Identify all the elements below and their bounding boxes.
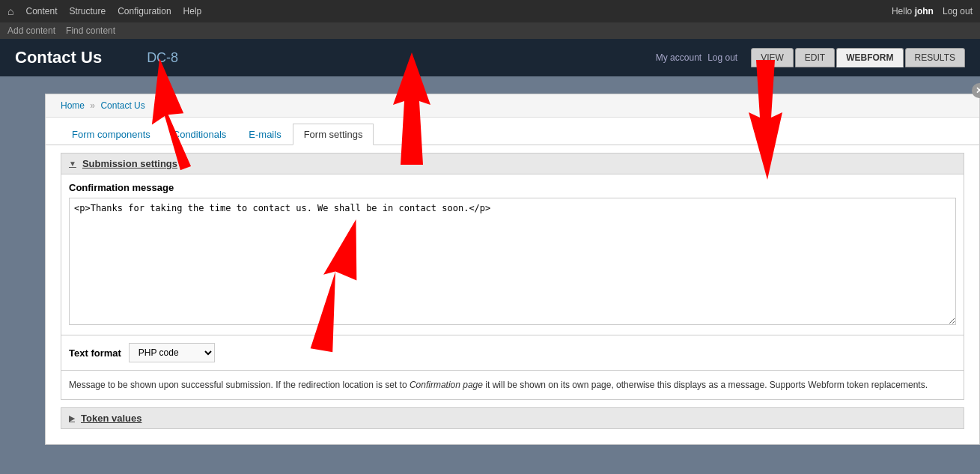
nav-structure[interactable]: Structure: [70, 6, 106, 16]
toolbar2: Add content Find content: [0, 22, 980, 39]
sub-tab-conditionals[interactable]: Conditionals: [162, 124, 238, 145]
nav-content[interactable]: Content: [25, 6, 57, 16]
find-content-link[interactable]: Find content: [66, 25, 115, 36]
sub-tabs: Form components Conditionals E-mails For…: [46, 118, 979, 145]
content-area: ▼ Submission settings Confirmation messa…: [46, 153, 979, 444]
expand-icon: ▶: [69, 414, 75, 422]
nav-help[interactable]: Help: [183, 6, 202, 16]
admin-bar-right: Hello john Log out: [892, 6, 973, 16]
header-logout-link[interactable]: Log out: [707, 52, 737, 63]
sub-tab-form-settings[interactable]: Form settings: [293, 124, 374, 145]
admin-bar: ⌂ Content Structure Configuration Help H…: [0, 0, 980, 22]
token-section-header[interactable]: ▶ Token values: [61, 407, 964, 429]
breadcrumb-separator: »: [90, 100, 95, 111]
help-text-italic: Confirmation page: [410, 380, 483, 390]
help-text-main: Message to be shown upon successful subm…: [69, 380, 410, 390]
toggle-icon: ▼: [69, 159, 76, 168]
token-values-label: Token values: [81, 413, 141, 424]
header-right: My account Log out VIEW EDIT WEBFORM RES…: [656, 48, 965, 67]
text-format-row: Text format PHP code Full HTML Filtered …: [61, 335, 964, 371]
modal-panel: ✕ Home » Contact Us Form components Cond…: [45, 94, 980, 445]
confirmation-message-group: Confirmation message <p>Thanks for takin…: [61, 174, 964, 335]
add-content-link[interactable]: Add content: [7, 25, 55, 36]
confirmation-message-label: Confirmation message: [69, 182, 956, 193]
breadcrumb-current[interactable]: Contact Us: [100, 100, 144, 111]
admin-bar-left: ⌂ Content Structure Configuration Help: [7, 5, 201, 17]
sub-tab-form-components[interactable]: Form components: [61, 124, 162, 145]
text-format-select[interactable]: PHP code Full HTML Filtered HTML Plain t…: [129, 343, 215, 362]
help-text-end: it will be shown on its own page, otherw…: [483, 380, 928, 390]
confirmation-message-textarea[interactable]: <p>Thanks for taking the time to contact…: [69, 198, 956, 325]
site-header: Contact Us DC-8 My account Log out VIEW …: [0, 39, 980, 76]
my-account-link[interactable]: My account: [656, 52, 701, 63]
tab-view[interactable]: VIEW: [751, 48, 794, 67]
text-format-label: Text format: [69, 347, 121, 359]
tab-edit[interactable]: EDIT: [795, 48, 835, 67]
submission-settings-header[interactable]: ▼ Submission settings: [61, 153, 964, 174]
site-title: Contact Us: [15, 48, 102, 67]
nav-configuration[interactable]: Configuration: [118, 6, 171, 16]
tab-results[interactable]: RESULTS: [905, 48, 965, 67]
logout-link[interactable]: Log out: [943, 6, 973, 16]
breadcrumb-home[interactable]: Home: [61, 100, 85, 111]
site-id: DC-8: [147, 50, 178, 66]
home-icon[interactable]: ⌂: [7, 5, 13, 17]
submission-settings-label: Submission settings: [82, 158, 177, 169]
tab-buttons: VIEW EDIT WEBFORM RESULTS: [751, 48, 965, 67]
help-text: Message to be shown upon successful subm…: [61, 371, 964, 400]
breadcrumb: Home » Contact Us: [46, 94, 979, 118]
sub-tab-emails[interactable]: E-mails: [237, 124, 292, 145]
tab-webform[interactable]: WEBFORM: [836, 48, 903, 67]
user-greeting: Hello john: [892, 6, 934, 16]
